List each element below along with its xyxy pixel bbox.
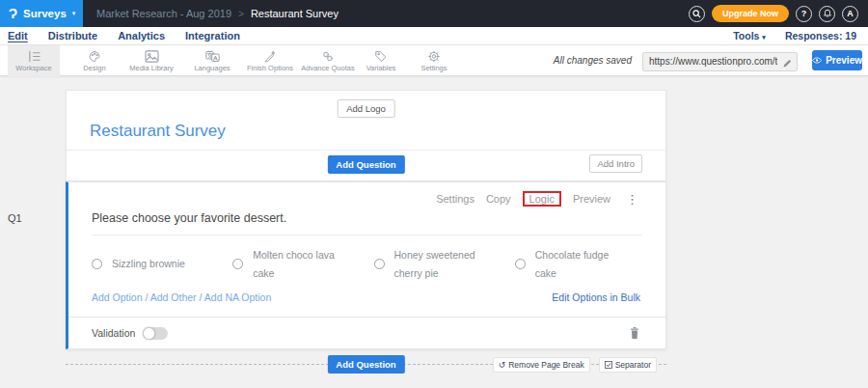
add-na-option-link[interactable]: Add NA Option xyxy=(204,291,271,303)
option-links: Add Option / Add Other / Add NA Option xyxy=(92,291,271,303)
question-copy-action[interactable]: Copy xyxy=(486,193,511,205)
workspace-icon xyxy=(27,50,41,63)
tab-integration[interactable]: Integration xyxy=(185,30,240,42)
radio-icon[interactable] xyxy=(232,259,243,269)
toolbar-media-library[interactable]: Media Library xyxy=(118,45,185,76)
edit-options-in-bulk-link[interactable]: Edit Options in Bulk xyxy=(552,291,640,303)
more-options-icon[interactable]: ⋮ xyxy=(626,193,638,206)
tab-analytics[interactable]: Analytics xyxy=(118,30,165,42)
chevron-down-icon: ▾ xyxy=(762,34,766,41)
breadcrumb-parent[interactable]: Market Research - Aug 2019 xyxy=(96,8,231,19)
question-logic-action[interactable]: Logic xyxy=(523,191,561,207)
question-card: Settings Copy Logic Preview ⋮ Please cho… xyxy=(66,181,666,349)
preview-button[interactable]: Preview xyxy=(812,50,862,70)
answer-option-3[interactable]: Honey sweetened cherry pie xyxy=(374,246,515,283)
pencil-icon xyxy=(782,58,793,69)
validation-label: Validation xyxy=(92,327,135,339)
remove-page-break-button[interactable]: ↺ Remove Page Break xyxy=(493,357,590,373)
gear-icon xyxy=(427,50,441,63)
answer-option-4[interactable]: Chocolate fudge cake xyxy=(515,246,656,283)
upgrade-now-button[interactable]: Upgrade Now xyxy=(712,5,789,22)
bell-icon xyxy=(823,9,832,18)
add-logo-button[interactable]: Add Logo xyxy=(337,99,395,118)
survey-header-card: Add Logo Restaurant Survey Add Question … xyxy=(66,90,666,181)
autosave-status: All changes saved xyxy=(554,55,632,66)
search-button[interactable] xyxy=(689,6,705,22)
main-nav: Edit Distribute Analytics Integration To… xyxy=(0,27,868,45)
separator-toggle[interactable]: Separator xyxy=(599,357,657,373)
question-number: Q1 xyxy=(8,212,22,224)
surveys-menu[interactable]: Ɂ Surveys ▾ xyxy=(0,0,83,27)
search-icon xyxy=(692,10,701,18)
help-button[interactable]: ? xyxy=(796,6,812,22)
image-icon xyxy=(145,50,159,63)
add-question-button-bottom[interactable]: Add Question xyxy=(327,355,404,374)
question-text[interactable]: Please choose your favorite dessert. xyxy=(92,211,286,225)
toolbar-design[interactable]: Design xyxy=(68,45,122,76)
add-intro-button[interactable]: Add Intro xyxy=(589,154,642,173)
radio-icon[interactable] xyxy=(374,259,385,269)
account-avatar[interactable]: A xyxy=(842,6,858,22)
tools-menu[interactable]: Tools ▾ xyxy=(733,30,766,42)
tab-distribute[interactable]: Distribute xyxy=(48,30,97,42)
page-break-controls: ↺ Remove Page Break Separator xyxy=(493,357,657,373)
breadcrumb-separator: > xyxy=(238,9,244,19)
question-text-underline xyxy=(92,235,642,236)
eye-icon xyxy=(812,56,822,65)
toolbar-variables[interactable]: Variables xyxy=(355,45,407,76)
toolbar-workspace[interactable]: Workspace xyxy=(8,45,60,76)
topbar-actions: Upgrade Now ? A xyxy=(689,5,858,22)
delete-question-button[interactable] xyxy=(629,326,640,340)
question-settings-action[interactable]: Settings xyxy=(436,193,475,205)
chevron-down-icon: ▾ xyxy=(72,10,76,17)
survey-url-field xyxy=(642,51,798,70)
question-actions: Settings Copy Logic Preview ⋮ xyxy=(436,191,638,207)
pen-icon xyxy=(263,50,277,63)
add-other-link[interactable]: Add Other xyxy=(150,291,197,303)
survey-url-input[interactable] xyxy=(642,52,798,71)
trash-icon xyxy=(629,326,640,340)
answer-options: Sizzling brownie Molten choco lava cake … xyxy=(92,246,656,283)
tag-icon xyxy=(374,50,388,63)
question-preview-action[interactable]: Preview xyxy=(573,193,610,205)
question-footer: Validation xyxy=(68,317,665,348)
page-break-row: Add Question ↺ Remove Page Break Separat… xyxy=(66,355,666,374)
top-bar: Ɂ Surveys ▾ Market Research - Aug 2019 >… xyxy=(0,0,868,27)
questionpro-logo-icon: Ɂ xyxy=(9,7,17,20)
radio-icon[interactable] xyxy=(92,259,102,269)
add-option-link[interactable]: Add Option xyxy=(92,291,143,303)
answer-option-2[interactable]: Molten choco lava cake xyxy=(232,246,373,283)
radio-icon[interactable] xyxy=(515,259,526,269)
toggle-knob xyxy=(143,327,155,340)
survey-title[interactable]: Restaurant Survey xyxy=(90,122,226,141)
header-divider xyxy=(67,150,665,151)
toolbar-languages[interactable]: Languages xyxy=(183,45,241,76)
page-break-icon: ↺ xyxy=(499,361,506,370)
nav-right: Tools ▾ Responses: 19 xyxy=(733,30,856,42)
validation-toggle[interactable] xyxy=(143,327,168,340)
checkbox-checked-icon xyxy=(605,361,612,369)
toolbar-settings[interactable]: Settings xyxy=(409,45,459,76)
questionpro-survey-editor: Ɂ Surveys ▾ Market Research - Aug 2019 >… xyxy=(0,0,868,388)
editor-toolbar: Workspace Design Media Library Languages… xyxy=(0,45,868,76)
breadcrumb-current: Restaurant Survey xyxy=(251,8,339,19)
translate-icon xyxy=(205,50,220,63)
palette-icon xyxy=(88,50,101,63)
answer-option-1[interactable]: Sizzling brownie xyxy=(92,246,232,283)
tab-edit[interactable]: Edit xyxy=(8,30,28,42)
breadcrumb: Market Research - Aug 2019 > Restaurant … xyxy=(96,8,339,19)
surveys-menu-label: Surveys xyxy=(23,8,67,19)
notifications-button[interactable] xyxy=(819,6,835,22)
add-question-button[interactable]: Add Question xyxy=(327,155,404,174)
edit-url-button[interactable] xyxy=(782,55,793,72)
responses-count[interactable]: Responses: 19 xyxy=(785,30,856,42)
chain-links-icon xyxy=(321,50,335,63)
